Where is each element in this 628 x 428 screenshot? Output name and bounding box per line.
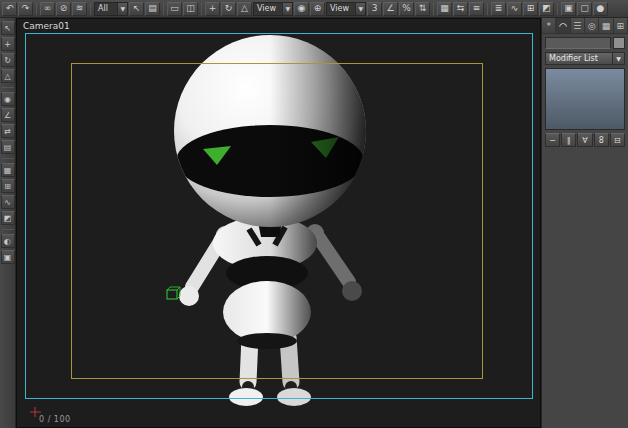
select-link-icon[interactable]: ∞ <box>40 2 55 16</box>
tab-utilities[interactable]: ⊞ <box>614 18 628 33</box>
left-toolbar-button-13[interactable]: ◐ <box>1 234 15 248</box>
snap-toggle-icon[interactable]: 3 <box>367 2 382 16</box>
left-toolbar-button-6[interactable]: ∠ <box>1 108 15 122</box>
left-toolbar-button-7[interactable]: ⇄ <box>1 124 15 138</box>
bind-spacewarp-icon[interactable]: ≋ <box>72 2 87 16</box>
pin-stack-icon[interactable]: − <box>545 133 560 147</box>
modifier-list-dropdown[interactable]: Modifier List <box>545 52 613 65</box>
align-icon[interactable]: ≡ <box>469 2 484 16</box>
toolbar-separator <box>36 3 37 15</box>
object-color-swatch[interactable] <box>613 37 625 49</box>
chevron-down-icon: ▼ <box>355 3 365 15</box>
command-panel: * ◠ ☰ ◎ ▦ ⊞ Modifier List ▼ − ∥ ∀ 8 ⊟ <box>541 18 628 428</box>
dummy-helper-gizmo <box>167 287 180 299</box>
main-toolbar: ↶ ↷ ∞ ⊘ ≋ All ▼ ↖ ▤ ▭ ◫ + ↻ △ View ▼ ◉ ⊕… <box>0 0 628 18</box>
left-toolbar-button-12[interactable]: ◩ <box>1 211 15 225</box>
select-rotate-icon[interactable]: ↻ <box>221 2 236 16</box>
left-toolbar-button-3[interactable]: ↻ <box>1 53 15 67</box>
tab-motion[interactable]: ◎ <box>585 18 599 33</box>
tab-hierarchy[interactable]: ☰ <box>571 18 585 33</box>
remove-modifier-icon[interactable]: 8 <box>594 133 609 147</box>
percent-snap-icon[interactable]: % <box>399 2 414 16</box>
select-manipulate-icon[interactable]: ⊕ <box>310 2 325 16</box>
left-toolbar-button-2[interactable]: + <box>1 37 15 51</box>
view-dropdown-2[interactable]: View ▼ <box>326 2 366 16</box>
selection-region-icon[interactable]: ▭ <box>167 2 182 16</box>
left-toolbar-button-5[interactable]: ◉ <box>1 92 15 106</box>
view-dropdown-2-value: View <box>330 4 352 13</box>
left-toolbar-button-9[interactable]: ▦ <box>1 163 15 177</box>
chevron-down-icon: ▼ <box>282 3 292 15</box>
reference-coordinate-dropdown[interactable]: View ▼ <box>253 2 293 16</box>
show-end-result-icon[interactable]: ∥ <box>561 133 576 147</box>
left-toolbar-button-1[interactable]: ↖ <box>1 21 15 35</box>
redo-icon[interactable]: ↷ <box>18 2 33 16</box>
toolbar-separator <box>557 3 558 15</box>
robot-model <box>17 19 541 428</box>
left-toolbar-button-10[interactable]: ⊞ <box>1 179 15 193</box>
select-object-icon[interactable]: ↖ <box>129 2 144 16</box>
toolbar-separator <box>163 3 164 15</box>
toolbar-separator <box>433 3 434 15</box>
configure-modifier-sets-icon[interactable]: ⊟ <box>610 133 625 147</box>
layer-manager-icon[interactable]: ≣ <box>491 2 506 16</box>
undo-icon[interactable]: ↶ <box>2 2 17 16</box>
quick-render-icon[interactable]: ● <box>593 2 608 16</box>
mirror-icon[interactable]: ⇆ <box>453 2 468 16</box>
viewport-label[interactable]: Camera01 <box>23 21 70 31</box>
toolbar-separator <box>2 87 14 88</box>
left-toolbar-button-11[interactable]: ∿ <box>1 195 15 209</box>
angle-snap-icon[interactable]: ∠ <box>383 2 398 16</box>
toolbar-separator <box>487 3 488 15</box>
modifier-list-row: Modifier List ▼ <box>545 52 625 65</box>
named-selections-icon[interactable]: ▦ <box>437 2 452 16</box>
modifier-stack-list[interactable] <box>545 68 625 130</box>
left-toolbar-button-4[interactable]: △ <box>1 69 15 83</box>
tab-display[interactable]: ▦ <box>599 18 613 33</box>
select-scale-icon[interactable]: △ <box>237 2 252 16</box>
toolbar-separator <box>90 3 91 15</box>
object-name-row <box>545 37 625 49</box>
object-name-field[interactable] <box>545 37 611 49</box>
command-panel-tabs: * ◠ ☰ ◎ ▦ ⊞ <box>542 18 628 34</box>
material-editor-icon[interactable]: ◩ <box>539 2 554 16</box>
window-crossing-icon[interactable]: ◫ <box>183 2 198 16</box>
selection-filter-value: All <box>98 4 114 13</box>
side-toolbar: ↖ + ↻ △ ◉ ∠ ⇄ ▤ ▦ ⊞ ∿ ◩ ◐ ▣ <box>0 18 16 428</box>
tab-create[interactable]: * <box>542 18 556 33</box>
left-toolbar-button-8[interactable]: ▤ <box>1 140 15 154</box>
spinner-snap-icon[interactable]: ⇅ <box>415 2 430 16</box>
make-unique-icon[interactable]: ∀ <box>577 133 592 147</box>
select-by-name-icon[interactable]: ▤ <box>145 2 160 16</box>
render-frame-icon[interactable]: ▢ <box>577 2 592 16</box>
modifier-stack-toolbar: − ∥ ∀ 8 ⊟ <box>545 133 625 147</box>
toolbar-separator <box>2 158 14 159</box>
frame-counter: 0 / 100 <box>39 415 71 424</box>
camera-viewport[interactable]: Camera01 0 / 100 <box>16 18 541 428</box>
schematic-view-icon[interactable]: ⊞ <box>523 2 538 16</box>
toolbar-separator <box>201 3 202 15</box>
toolbar-separator <box>2 229 14 230</box>
reference-coordinate-value: View <box>257 4 279 13</box>
3dsmax-window: ↶ ↷ ∞ ⊘ ≋ All ▼ ↖ ▤ ▭ ◫ + ↻ △ View ▼ ◉ ⊕… <box>0 0 628 428</box>
chevron-down-icon[interactable]: ▼ <box>613 52 625 65</box>
left-toolbar-button-14[interactable]: ▣ <box>1 250 15 264</box>
curve-editor-icon[interactable]: ∿ <box>507 2 522 16</box>
tab-modify[interactable]: ◠ <box>556 18 570 33</box>
render-setup-icon[interactable]: ▣ <box>561 2 576 16</box>
selection-filter-dropdown[interactable]: All ▼ <box>94 2 128 16</box>
chevron-down-icon: ▼ <box>117 3 127 15</box>
unlink-icon[interactable]: ⊘ <box>56 2 71 16</box>
use-center-icon[interactable]: ◉ <box>294 2 309 16</box>
select-move-icon[interactable]: + <box>205 2 220 16</box>
